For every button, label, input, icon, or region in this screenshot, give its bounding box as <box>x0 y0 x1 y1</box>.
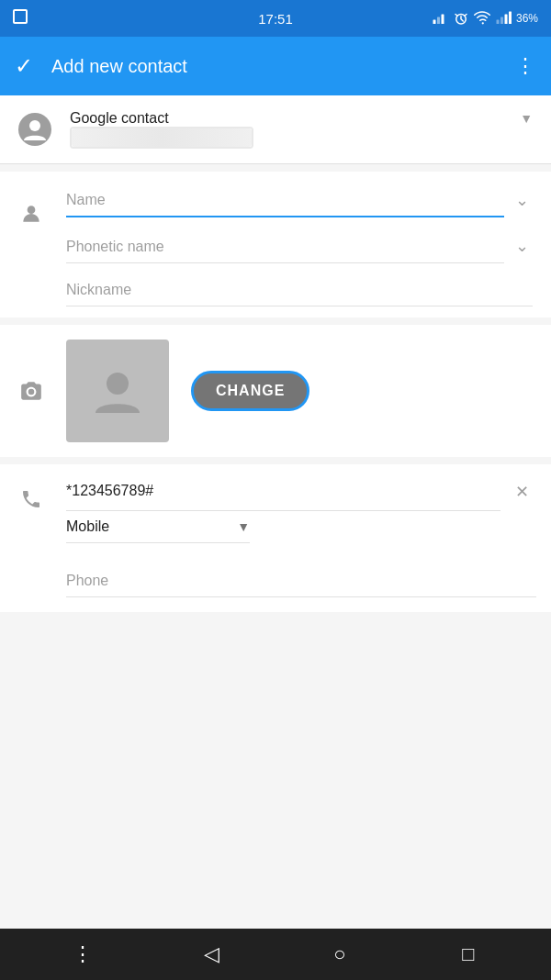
status-bar-icons: 36% <box>432 10 538 27</box>
name-input[interactable] <box>66 184 504 217</box>
svg-point-13 <box>107 373 129 395</box>
phonetic-input[interactable] <box>66 231 504 263</box>
nav-recents-button[interactable]: □ <box>446 932 490 976</box>
person-icon <box>19 202 43 226</box>
phone-fields: ✕ Mobile ▼ <box>66 472 536 543</box>
nav-home-button[interactable]: ○ <box>318 932 362 976</box>
change-photo-button[interactable]: CHANGE <box>191 371 309 411</box>
status-bar: 17:51 36% <box>0 0 551 37</box>
phone-row: ✕ Mobile ▼ <box>0 464 551 551</box>
add-phone-row <box>0 551 551 612</box>
photo-section: CHANGE <box>0 325 551 457</box>
account-avatar-icon <box>18 113 51 146</box>
battery-level: 36% <box>516 12 538 25</box>
app-bar: ✓ Add new contact ⋮ <box>0 37 551 95</box>
status-bar-left-icon <box>13 9 28 28</box>
phone-icon-area <box>15 483 48 516</box>
phone-input-row: ✕ <box>66 472 536 511</box>
name-field-row: ⌄ <box>66 183 533 217</box>
phone-section: ✕ Mobile ▼ <box>0 464 551 612</box>
photo-row: CHANGE <box>0 325 551 457</box>
phone-type-dropdown-icon[interactable]: ▼ <box>237 519 250 534</box>
phonetic-field-row: ⌄ <box>66 228 533 263</box>
phone-input[interactable] <box>66 472 500 511</box>
nickname-input[interactable] <box>66 274 533 306</box>
svg-rect-7 <box>504 15 507 25</box>
account-selector[interactable]: Google contact ▼ <box>70 110 533 149</box>
bottom-nav: ⋮ ◁ ○ □ <box>0 929 551 980</box>
phonetic-field-container <box>66 231 504 263</box>
svg-rect-0 <box>433 20 435 25</box>
name-section: ⌄ ⌄ <box>0 172 551 317</box>
wifi-icon <box>474 10 490 27</box>
svg-rect-2 <box>441 15 444 25</box>
svg-rect-1 <box>437 17 440 25</box>
svg-point-12 <box>28 389 35 395</box>
account-type-label: Google contact <box>70 110 169 127</box>
name-expand-button[interactable]: ⌄ <box>512 183 533 217</box>
page-title: Add new contact <box>51 56 497 77</box>
confirm-button[interactable]: ✓ <box>15 53 33 79</box>
content-area: Google contact ▼ ⌄ <box>0 95 551 929</box>
clear-phone-button[interactable]: ✕ <box>508 474 536 509</box>
more-options-button[interactable]: ⋮ <box>515 54 536 78</box>
window-icon <box>13 9 28 24</box>
name-row: ⌄ ⌄ <box>0 179 551 310</box>
account-email-redacted <box>70 127 253 149</box>
account-dropdown-icon[interactable]: ▼ <box>520 111 533 126</box>
phonetic-expand-button[interactable]: ⌄ <box>512 228 533 263</box>
status-time: 17:51 <box>258 11 293 27</box>
svg-point-4 <box>482 22 484 24</box>
signal-icon <box>432 10 448 27</box>
nav-menu-button[interactable]: ⋮ <box>61 932 105 976</box>
nickname-field-row <box>66 274 533 306</box>
phone-type-label: Mobile <box>66 518 237 535</box>
account-row: Google contact ▼ <box>0 95 551 164</box>
contact-photo <box>66 340 169 442</box>
name-fields: ⌄ ⌄ <box>66 183 533 306</box>
camera-icon-area <box>15 379 48 403</box>
phone-type-row[interactable]: Mobile ▼ <box>66 511 250 543</box>
svg-rect-6 <box>500 17 503 25</box>
nav-back-button[interactable]: ◁ <box>189 932 233 976</box>
photo-area: CHANGE <box>66 340 309 442</box>
contact-placeholder-icon <box>90 363 145 418</box>
person-icon-area <box>15 197 48 230</box>
add-phone-field-container <box>66 565 536 597</box>
svg-point-10 <box>29 120 40 131</box>
camera-icon <box>19 379 43 403</box>
svg-point-11 <box>28 206 36 214</box>
name-field-container <box>66 184 504 217</box>
alarm-icon <box>453 10 469 27</box>
svg-rect-5 <box>496 20 499 25</box>
svg-rect-8 <box>509 12 512 25</box>
signal2-icon <box>495 10 512 27</box>
phone-icon <box>20 488 42 510</box>
add-phone-input[interactable] <box>66 565 536 597</box>
